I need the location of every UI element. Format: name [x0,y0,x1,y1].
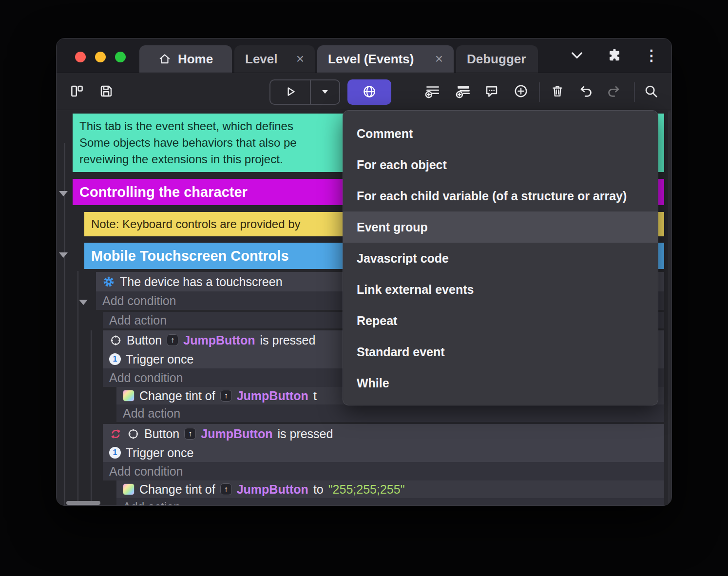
instance-name: JumpButton [237,482,308,497]
add-subevent-button[interactable] [453,73,474,111]
delete-button[interactable] [547,73,568,111]
save-button[interactable] [96,73,117,111]
close-window-button[interactable] [75,52,86,62]
add-action-button[interactable] [510,73,532,111]
condition-text: is pressed [260,333,315,347]
system-gear-icon [102,275,115,288]
condition-text: Trigger once [126,446,193,460]
add-event-button[interactable] [422,73,443,111]
trigger-once-icon: 1 [109,353,121,365]
add-condition-link[interactable]: Add condition [103,462,664,480]
tab-label: Level [245,52,278,67]
app-window: Home Level × Level (Events) × Debugger [56,38,672,506]
add-action-link[interactable]: Add action [116,404,664,422]
titlebar: Home Level × Level (Events) × Debugger [57,38,671,73]
action-text: Change tint of [139,482,215,497]
home-icon [158,53,171,65]
event-block-jumpbutton-pressed-2: Button ↑ JumpButton is pressed 1 Trigger… [103,424,664,480]
titlebar-actions: ⋮ [569,38,659,73]
menu-item-event-group[interactable]: Event group [343,211,658,243]
add-comment-button[interactable] [481,73,502,111]
window-controls [75,52,126,62]
undo-icon [579,84,594,100]
tab-level[interactable]: Level × [234,45,315,73]
add-subevent-icon [455,83,472,100]
condition-text: Trigger once [126,352,193,366]
condition-text: The device has a touchscreen [120,275,283,289]
tab-list-button[interactable] [569,47,585,64]
redo-icon [606,84,621,100]
menu-item-for-each-child-variable[interactable]: For each child variable (of a structure … [343,180,658,211]
trigger-once-icon: 1 [109,447,121,459]
menu-item-repeat[interactable]: Repeat [343,305,658,336]
action-block: Change tint of ↑ JumpButton to "255;255;… [116,480,664,505]
jumpbutton-icon: ↑ [184,428,196,440]
search-icon [644,84,658,100]
tint-color-icon [123,390,134,402]
jumpbutton-icon: ↑ [220,483,232,495]
collapse-group-toggle[interactable] [59,191,68,196]
indent-guide [64,143,65,505]
menu-item-for-each-object[interactable]: For each object [343,149,658,180]
remote-preview-button[interactable] [347,79,391,105]
close-tab-icon[interactable]: × [435,52,443,66]
caret-down-icon [320,87,330,98]
vertical-scrollbar-track[interactable] [668,111,671,504]
save-icon [99,84,114,100]
menu-item-comment[interactable]: Comment [343,118,658,149]
button-object-icon [127,427,139,440]
action-text: t [313,389,317,403]
divider [539,82,540,102]
add-event-icon [424,83,441,100]
tab-debugger[interactable]: Debugger [456,45,538,73]
jumpbutton-icon: ↑ [220,390,232,402]
tab-label: Level (Events) [328,52,414,67]
close-tab-icon[interactable]: × [296,52,304,66]
undo-button[interactable] [575,73,597,111]
chevron-down-icon [569,47,585,64]
action-text: Change tint of [139,389,215,403]
menu-item-while[interactable]: While [343,367,658,399]
object-name: Button [127,333,162,347]
instance-name: JumpButton [237,389,308,403]
action-row[interactable]: Change tint of ↑ JumpButton to "255;255;… [116,480,664,498]
minimize-window-button[interactable] [95,52,106,62]
action-text: to [313,482,324,497]
group-title: Mobile Touchscreen Controls [91,248,289,264]
puzzle-icon [607,48,622,64]
tab-label: Home [178,52,213,67]
instance-name: JumpButton [183,333,255,347]
collapse-event-toggle[interactable] [79,300,88,305]
tab-bar: Home Level × Level (Events) × Debugger [139,45,538,73]
collapse-group-toggle[interactable] [59,252,68,258]
add-action-link[interactable]: Add action [116,498,664,505]
preview-controls [269,79,340,105]
addons-button[interactable] [607,48,622,64]
tab-level-events[interactable]: Level (Events) × [317,45,454,73]
instance-name: JumpButton [201,427,272,441]
zoom-window-button[interactable] [115,52,126,62]
preview-options-button[interactable] [311,80,339,104]
preview-play-button[interactable] [270,80,310,104]
tab-home[interactable]: Home [139,45,232,73]
tab-label: Debugger [467,52,526,67]
menu-item-standard-event[interactable]: Standard event [343,336,658,367]
group-title: Controlling the character [79,184,248,200]
comment-bubble-icon [484,84,499,100]
condition-row[interactable]: 1 Trigger once [103,443,664,462]
horizontal-scrollbar-thumb[interactable] [66,501,100,505]
play-icon [284,85,297,99]
divider [634,82,635,102]
search-button[interactable] [640,73,662,111]
condition-text: is pressed [277,427,333,441]
layout-view-button[interactable] [66,73,88,111]
menu-item-javascript-code[interactable]: Javascript code [343,243,658,274]
trash-icon [551,84,564,99]
note-text: Note: Keyboard controls are provided by [91,217,301,231]
redo-button[interactable] [603,73,624,111]
plus-circle-icon [514,84,528,100]
indent-guide [77,271,78,505]
condition-row[interactable]: Button ↑ JumpButton is pressed [103,424,664,443]
main-menu-button[interactable]: ⋮ [644,48,659,63]
menu-item-link-external-events[interactable]: Link external events [343,274,658,305]
